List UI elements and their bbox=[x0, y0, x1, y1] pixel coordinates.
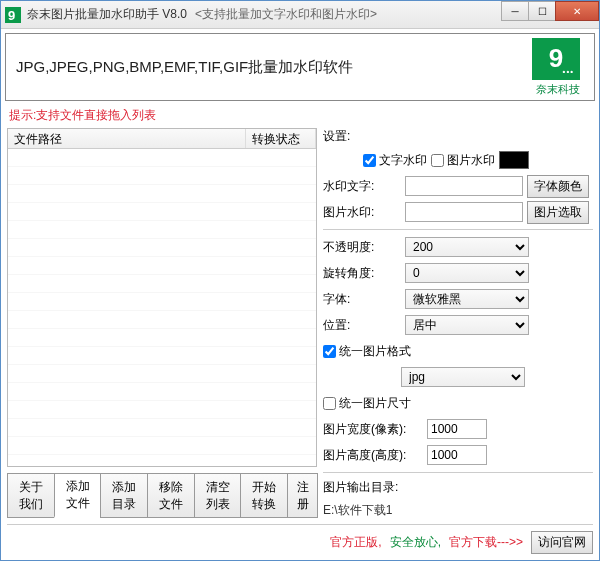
font-color-button[interactable]: 字体颜色 bbox=[527, 175, 589, 198]
width-input[interactable] bbox=[427, 419, 487, 439]
hint-text: 提示:支持文件直接拖入列表 bbox=[9, 107, 591, 124]
clear-button[interactable]: 清空列表 bbox=[194, 473, 242, 518]
height-label: 图片高度(高度): bbox=[323, 447, 423, 464]
unify-size-checkbox[interactable]: 统一图片尺寸 bbox=[323, 395, 411, 412]
maximize-button[interactable]: ☐ bbox=[528, 1, 556, 21]
wm-text-input[interactable] bbox=[405, 176, 523, 196]
output-path: E:\软件下载1 bbox=[323, 500, 593, 518]
footer: 官方正版, 安全放心, 官方下载--->> 访问官网 bbox=[7, 524, 593, 554]
heading-text: JPG,JPEG,PNG,BMP,EMF,TIF,GIF批量加水印软件 bbox=[16, 58, 353, 77]
font-select[interactable]: 微软雅黑 bbox=[405, 289, 529, 309]
file-table[interactable]: 文件路径 转换状态 bbox=[7, 128, 317, 467]
pick-image-button[interactable]: 图片选取 bbox=[527, 201, 589, 224]
position-select[interactable]: 居中 bbox=[405, 315, 529, 335]
format-select[interactable]: jpg bbox=[401, 367, 525, 387]
wm-image-label: 图片水印: bbox=[323, 204, 401, 221]
height-input[interactable] bbox=[427, 445, 487, 465]
close-button[interactable]: ✕ bbox=[555, 1, 599, 21]
svg-text:9: 9 bbox=[8, 8, 15, 23]
remove-button[interactable]: 移除文件 bbox=[147, 473, 195, 518]
col-path[interactable]: 文件路径 bbox=[8, 129, 246, 148]
color-swatch bbox=[499, 151, 529, 169]
output-label: 图片输出目录: bbox=[323, 479, 593, 496]
position-label: 位置: bbox=[323, 317, 401, 334]
wm-image-input[interactable] bbox=[405, 202, 523, 222]
app-icon: 9 bbox=[5, 7, 21, 23]
opacity-select[interactable]: 200 bbox=[405, 237, 529, 257]
width-label: 图片宽度(像素): bbox=[323, 421, 423, 438]
opacity-label: 不透明度: bbox=[323, 239, 401, 256]
window-title: 奈末图片批量加水印助手 V8.0 bbox=[27, 6, 187, 23]
header: JPG,JPEG,PNG,BMP,EMF,TIF,GIF批量加水印软件 9•••… bbox=[5, 33, 595, 101]
settings-label: 设置: bbox=[323, 128, 593, 145]
titlebar: 9 奈末图片批量加水印助手 V8.0 <支持批量加文字水印和图片水印> ─ ☐ … bbox=[1, 1, 599, 29]
rotate-label: 旋转角度: bbox=[323, 265, 401, 282]
font-label: 字体: bbox=[323, 291, 401, 308]
window-subtitle: <支持批量加文字水印和图片水印> bbox=[195, 6, 377, 23]
image-watermark-checkbox[interactable]: 图片水印 bbox=[431, 152, 495, 169]
text-watermark-checkbox[interactable]: 文字水印 bbox=[363, 152, 427, 169]
about-button[interactable]: 关于我们 bbox=[7, 473, 55, 518]
start-button[interactable]: 开始转换 bbox=[240, 473, 288, 518]
wm-text-label: 水印文字: bbox=[323, 178, 401, 195]
brand-logo: 9••• 奈末科技 bbox=[532, 38, 584, 97]
register-button[interactable]: 注册 bbox=[287, 473, 318, 518]
col-status[interactable]: 转换状态 bbox=[246, 129, 316, 148]
minimize-button[interactable]: ─ bbox=[501, 1, 529, 21]
rotate-select[interactable]: 0 bbox=[405, 263, 529, 283]
table-body[interactable] bbox=[8, 149, 316, 466]
visit-site-button[interactable]: 访问官网 bbox=[531, 531, 593, 554]
unify-format-checkbox[interactable]: 统一图片格式 bbox=[323, 343, 411, 360]
add-file-button[interactable]: 添加文件 bbox=[54, 473, 102, 518]
add-dir-button[interactable]: 添加目录 bbox=[100, 473, 148, 518]
